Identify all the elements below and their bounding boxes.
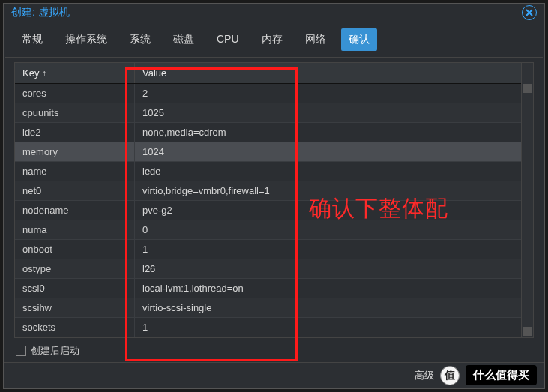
tab-0[interactable]: 常规	[14, 28, 50, 51]
tab-7[interactable]: 确认	[341, 28, 377, 51]
table-row[interactable]: ide2none,media=cdrom	[15, 123, 521, 142]
table-row[interactable]: nodenamepve-g2	[15, 201, 521, 220]
table-row[interactable]: memory1024	[15, 142, 521, 162]
tab-bar: 常规操作系统系统磁盘CPU内存网络确认	[4, 22, 544, 57]
column-header-key-label: Key	[22, 67, 39, 79]
summary-table: Key ↑ Value cores2cpuunits1025ide2none,m…	[14, 62, 534, 338]
table-row[interactable]: net0virtio,bridge=vmbr0,firewall=1	[15, 181, 521, 201]
cell-key: ostype	[15, 259, 135, 278]
options-row: 创建后启动	[14, 338, 534, 362]
tab-5[interactable]: 内存	[254, 28, 290, 51]
sort-ascending-icon: ↑	[42, 68, 46, 77]
title-bar: 创建: 虚拟机	[4, 4, 544, 22]
scrollbar-thumb[interactable]	[523, 84, 532, 93]
tab-6[interactable]: 网络	[298, 28, 334, 51]
dialog-window: 创建: 虚拟机 常规操作系统系统磁盘CPU内存网络确认 Key ↑ Value …	[3, 3, 545, 389]
cell-value: 1025	[135, 103, 521, 122]
content-area: Key ↑ Value cores2cpuunits1025ide2none,m…	[4, 58, 544, 362]
cell-value: l26	[135, 259, 521, 278]
column-header-value[interactable]: Value	[135, 63, 521, 83]
cell-value: virtio,bridge=vmbr0,firewall=1	[135, 181, 521, 200]
cell-value: 0	[135, 220, 521, 239]
cell-value: none,media=cdrom	[135, 123, 521, 142]
cell-key: onboot	[15, 240, 135, 259]
cell-key: scsihw	[15, 298, 135, 317]
cell-key: cpuunits	[15, 103, 135, 122]
vertical-scrollbar[interactable]	[521, 63, 533, 337]
cell-value: 2	[135, 84, 521, 103]
cell-key: sockets	[15, 318, 135, 337]
table-row[interactable]: sockets1	[15, 318, 521, 337]
table-row[interactable]: ostypel26	[15, 259, 521, 279]
table-row[interactable]: cores2	[15, 84, 521, 103]
table-row[interactable]: scsi0local-lvm:1,iothread=on	[15, 279, 521, 298]
cell-value: local-lvm:1,iothread=on	[135, 279, 521, 298]
cell-value: virtio-scsi-single	[135, 298, 521, 317]
cell-value: 1	[135, 240, 521, 259]
table-row[interactable]: cpuunits1025	[15, 103, 521, 123]
tab-4[interactable]: CPU	[209, 28, 247, 51]
table-header: Key ↑ Value	[15, 63, 521, 84]
cell-key: numa	[15, 220, 135, 239]
table-row[interactable]: onboot1	[15, 240, 521, 259]
cell-key: nodename	[15, 201, 135, 220]
cell-value: pve-g2	[135, 201, 521, 220]
column-header-value-label: Value	[142, 67, 166, 79]
start-after-create-label: 创建后启动	[31, 344, 79, 358]
dialog-title: 创建: 虚拟机	[11, 6, 70, 19]
tab-2[interactable]: 系统	[122, 28, 158, 51]
scrollbar-thumb[interactable]	[523, 327, 532, 336]
advanced-label[interactable]: 高级	[415, 369, 434, 382]
cell-key: memory	[15, 142, 135, 161]
tab-1[interactable]: 操作系统	[58, 28, 115, 51]
brand-text: 什么值得买	[473, 368, 529, 382]
tab-3[interactable]: 磁盘	[166, 28, 202, 51]
table-body: cores2cpuunits1025ide2none,media=cdromme…	[15, 84, 521, 337]
table-row[interactable]: numa0	[15, 220, 521, 240]
cell-value: 1024	[135, 142, 521, 161]
table-row[interactable]: scsihwvirtio-scsi-single	[15, 298, 521, 318]
brand-pill: 什么值得买	[466, 365, 537, 385]
cell-key: scsi0	[15, 279, 135, 298]
brand-badge-icon: 值	[440, 366, 460, 385]
cell-key: cores	[15, 84, 135, 103]
start-after-create-checkbox[interactable]	[16, 346, 26, 356]
cell-key: ide2	[15, 123, 135, 142]
column-header-key[interactable]: Key ↑	[15, 63, 135, 83]
cell-value: lede	[135, 162, 521, 181]
cell-key: net0	[15, 181, 135, 200]
cell-value: 1	[135, 318, 521, 337]
cell-key: name	[15, 162, 135, 181]
dialog-footer: 高级 值 什么值得买	[4, 362, 544, 388]
close-icon	[526, 9, 533, 16]
close-button[interactable]	[522, 5, 537, 20]
table-inner: Key ↑ Value cores2cpuunits1025ide2none,m…	[15, 63, 521, 337]
table-row[interactable]: namelede	[15, 162, 521, 181]
